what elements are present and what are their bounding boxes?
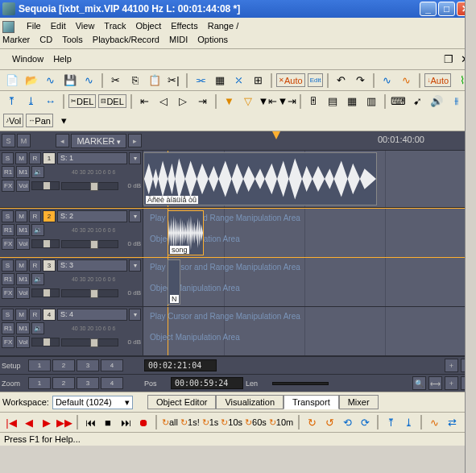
track-rec-button[interactable]: R [29,259,41,272]
range-start-icon[interactable]: ⤒ [3,93,20,110]
grid-icon[interactable]: ▦ [211,72,228,89]
track-r1-button[interactable]: R1 [2,166,14,178]
menu-playback-record[interactable]: Playback/Record [88,33,164,46]
menu-tools[interactable]: Tools [57,33,88,46]
pan-tool-icon[interactable]: ↔Pan [26,114,53,127]
loop-all[interactable]: ↻all [162,417,178,428]
track-solo-button[interactable]: S [2,259,14,272]
track-speaker-icon[interactable]: 🔉 [31,166,44,178]
track-solo-button[interactable]: S [2,309,14,321]
menu-cd[interactable]: CD [35,33,57,46]
global-solo-button[interactable]: S [2,134,15,147]
track-m1-button[interactable]: M1 [16,273,30,285]
marker-icon[interactable] [272,131,280,139]
tab-visualization[interactable]: Visualization [216,395,284,409]
track-mute-button[interactable]: M [15,309,27,321]
punch1-icon[interactable]: ⤒ [383,415,398,429]
forward-button[interactable]: ▶▶ [57,415,72,429]
track-name-field[interactable]: S: 1 [57,152,127,164]
track-expand-button[interactable]: ▾ [129,309,141,321]
goto-start-button[interactable]: |◀ [4,415,19,429]
setupnums-4[interactable]: 4 [101,359,123,371]
track-mute-button[interactable]: M [15,152,27,164]
zoomnums-3[interactable]: 3 [77,377,99,389]
menu-help[interactable]: Help [48,52,77,65]
marker2-icon[interactable]: ▽ [240,93,257,110]
track-mute-button[interactable]: M [15,210,27,222]
loop1-icon[interactable]: ↻ [304,415,319,429]
open-icon[interactable]: 📂 [23,72,39,89]
nav-start-icon[interactable]: ⇤ [136,93,153,110]
track-expand-button[interactable]: ▾ [129,259,141,272]
volume-fader[interactable] [61,240,118,248]
copy-icon[interactable]: ⎘ [126,72,143,89]
wave-open-icon[interactable]: ∿ [42,72,59,89]
wave1-icon[interactable]: ∿ [379,72,395,89]
track-fx-button[interactable]: FX [2,238,14,250]
new-icon[interactable]: 📄 [3,72,20,89]
track-m1-button[interactable]: M1 [16,166,30,178]
tab-transport[interactable]: Transport [284,395,339,409]
skip-fwd-button[interactable]: ⏭ [118,415,133,429]
workspace-dropdown[interactable]: Default (1024)▾ [52,396,133,409]
audio-clip[interactable]: song [168,210,204,255]
app-menu-icon[interactable] [2,21,14,33]
track-fx-button[interactable]: FX [2,336,14,348]
pointer-icon[interactable]: ➹ [409,93,426,110]
loop3-icon[interactable]: ⟲ [340,415,354,429]
del1-icon[interactable]: ✂DEL [68,94,96,108]
track-area[interactable]: Äñëè àíäüíå òû [143,151,476,207]
glue-icon[interactable]: ⫘ [192,72,209,89]
pan-knob[interactable] [31,338,60,346]
marker-dropdown[interactable]: MARKER ▾ [71,134,126,148]
marker4-icon[interactable]: ▼⇥ [279,93,296,110]
menu-file[interactable]: File [22,19,46,32]
window3-icon[interactable]: ▥ [363,93,380,110]
track-name-field[interactable]: S: 2 [57,210,127,222]
track-solo-button[interactable]: S [2,152,14,164]
track-expand-button[interactable]: ▾ [129,152,141,164]
tab-mixer[interactable]: Mixer [339,395,379,409]
track-fx-button[interactable]: FX [2,287,14,299]
menu-edit[interactable]: Edit [46,19,71,32]
audio-clip[interactable]: N [168,259,180,305]
track-mute-button[interactable]: M [15,259,27,272]
pan-knob[interactable] [31,239,60,248]
track-expand-button[interactable]: ▾ [129,210,141,222]
redo-icon[interactable]: ↷ [352,72,369,89]
crossfade-icon[interactable]: ⤫ [230,72,247,89]
track-number[interactable]: 1 [43,152,56,164]
menu-window[interactable]: Window [7,52,48,65]
split-icon[interactable]: ✂| [165,72,182,89]
zoom-tool-icon[interactable]: 🔍 [412,376,426,390]
volume-fader[interactable] [61,338,118,346]
loop2-icon[interactable]: ↺ [322,415,337,429]
track-fx-button[interactable]: FX [2,180,14,192]
track-rec-button[interactable]: R [29,210,41,222]
record-button[interactable]: ⏺ [136,415,151,429]
save-icon[interactable]: 💾 [61,72,78,89]
marker1-icon[interactable]: ▼ [221,93,238,110]
group-icon[interactable]: ⊞ [250,72,267,89]
auto-button[interactable]: ✕Auto [276,73,305,87]
loop-10m[interactable]: ↻10m [269,417,293,428]
track-solo-button[interactable]: S [2,210,14,222]
menu-track[interactable]: Track [99,19,130,32]
punch2-icon[interactable]: ⤓ [401,415,416,429]
stop-button[interactable]: ■ [101,415,115,429]
wave-save-icon[interactable]: ∿ [81,72,97,89]
tab-object-editor[interactable]: Object Editor [147,395,217,409]
track-rec-button[interactable]: R [29,152,41,164]
track-rec-button[interactable]: R [29,309,41,321]
track-area[interactable]: Play Cursor and Range Manipulation AreaO… [143,209,476,257]
menu-restore-button[interactable]: ❐ [440,51,457,68]
range-icon[interactable]: ↔ [42,93,59,110]
zoom-in-icon[interactable]: + [445,376,458,390]
track-speaker-icon[interactable]: 🔉 [31,224,44,236]
setupnums-1[interactable]: 1 [28,359,51,371]
track-name-field[interactable]: S: 4 [57,309,127,321]
track-r1-button[interactable]: R1 [2,273,14,285]
zoom-sel-icon[interactable]: ⟷ [428,376,442,390]
menu-options[interactable]: Options [192,33,233,46]
track-number[interactable]: 2 [43,210,56,222]
